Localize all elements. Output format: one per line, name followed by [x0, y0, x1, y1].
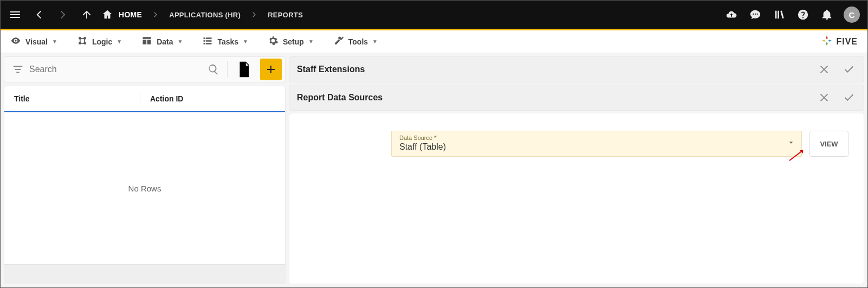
- back-icon[interactable]: [32, 8, 46, 22]
- breadcrumb-reports[interactable]: REPORTS: [268, 11, 303, 19]
- caret-down-icon: ▼: [308, 39, 314, 44]
- chevron-down-icon: [787, 139, 795, 149]
- column-title[interactable]: Title: [4, 94, 140, 103]
- caret-down-icon: ▼: [243, 39, 248, 44]
- empty-state: No Rows: [4, 112, 285, 264]
- menu-tools-label: Tools: [348, 37, 368, 46]
- menu-tasks-label: Tasks: [217, 37, 238, 46]
- caret-down-icon: ▼: [178, 39, 183, 44]
- list-pane: Title Action ID No Rows: [4, 86, 286, 284]
- panel-report-data-sources: Report Data Sources: [289, 85, 864, 111]
- view-button-label: VIEW: [820, 140, 838, 148]
- cloud-icon[interactable]: [724, 8, 739, 22]
- breadcrumb-home-label: HOME: [119, 10, 142, 19]
- check-icon[interactable]: [842, 91, 856, 105]
- avatar[interactable]: C: [844, 7, 860, 23]
- close-icon[interactable]: [817, 62, 831, 76]
- flow-icon: [77, 35, 88, 48]
- menu-icon[interactable]: [8, 8, 22, 22]
- caret-down-icon: ▼: [52, 39, 57, 44]
- column-action-id[interactable]: Action ID: [140, 94, 285, 103]
- table-icon: [141, 35, 152, 48]
- menu-setup-label: Setup: [283, 37, 304, 46]
- document-icon[interactable]: [235, 60, 254, 79]
- search-icon[interactable]: [208, 63, 219, 75]
- check-icon[interactable]: [842, 62, 856, 76]
- menu-visual[interactable]: Visual ▼: [10, 35, 57, 48]
- up-icon[interactable]: [80, 8, 94, 22]
- breadcrumb-applications[interactable]: APPLICATIONS (HR): [169, 11, 241, 19]
- caret-down-icon: ▼: [372, 39, 378, 44]
- chevron-right-icon: [152, 11, 159, 18]
- brand-label: FIVE: [836, 37, 858, 47]
- menu-data[interactable]: Data ▼: [141, 35, 183, 48]
- menu-tasks[interactable]: Tasks ▼: [202, 35, 248, 48]
- menu-logic-label: Logic: [92, 37, 112, 46]
- search-input[interactable]: [28, 64, 203, 75]
- menu-setup[interactable]: Setup ▼: [268, 35, 314, 48]
- chevron-right-icon: [250, 11, 258, 18]
- divider: [227, 61, 228, 78]
- forward-icon: [56, 8, 70, 22]
- caret-down-icon: ▼: [116, 39, 122, 44]
- brand-logo-icon: [821, 35, 833, 49]
- library-icon[interactable]: [772, 8, 786, 22]
- filter-icon[interactable]: [12, 63, 24, 75]
- chat-icon[interactable]: [748, 8, 762, 22]
- avatar-initial: C: [849, 10, 855, 20]
- data-source-label: Data Source *: [399, 135, 794, 141]
- panel-title: Report Data Sources: [297, 93, 383, 103]
- brand: FIVE: [821, 35, 858, 49]
- tools-icon: [333, 35, 344, 48]
- home-icon: [100, 8, 114, 22]
- menu-logic[interactable]: Logic ▼: [77, 35, 122, 48]
- eye-icon: [10, 35, 21, 48]
- gear-icon: [268, 35, 278, 48]
- bell-icon[interactable]: [820, 8, 834, 22]
- table-header: Title Action ID: [4, 86, 285, 112]
- tasks-icon: [202, 35, 213, 48]
- view-button[interactable]: VIEW: [809, 131, 848, 157]
- panel-staff-extensions: Staff Extensions: [289, 56, 864, 82]
- table-footer: [4, 264, 285, 284]
- menu-data-label: Data: [157, 37, 173, 46]
- menu-tools[interactable]: Tools ▼: [333, 35, 378, 48]
- data-source-select[interactable]: Data Source * Staff (Table): [391, 131, 802, 157]
- close-icon[interactable]: [817, 91, 831, 105]
- add-button[interactable]: [260, 59, 282, 80]
- menu-visual-label: Visual: [25, 37, 48, 46]
- breadcrumb-home[interactable]: HOME: [100, 8, 142, 22]
- panel-title: Staff Extensions: [297, 65, 365, 74]
- data-source-value: Staff (Table): [399, 142, 794, 152]
- panel-body: Data Source * Staff (Table) VIEW: [289, 113, 864, 284]
- help-icon[interactable]: [796, 8, 810, 22]
- search-row: [4, 56, 286, 82]
